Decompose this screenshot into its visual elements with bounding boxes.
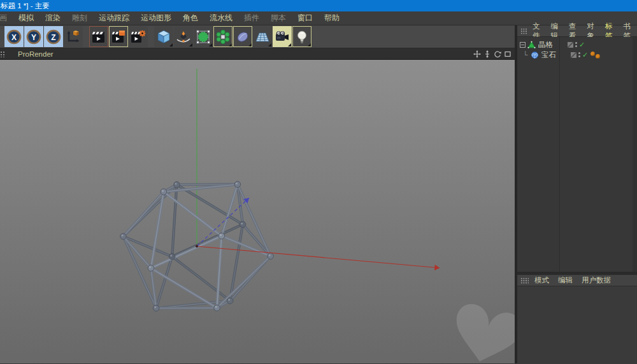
phong-tag-icon[interactable]: [590, 52, 595, 56]
attributes-panel: 模式编辑用户数据: [517, 275, 637, 363]
axis-lock-y-icon: Y: [25, 29, 42, 45]
axis-lock-z-icon: Z: [45, 29, 62, 45]
menubar-item-11[interactable]: 帮助: [318, 13, 345, 24]
svg-text:Y: Y: [31, 32, 36, 41]
floor-button[interactable]: [253, 26, 272, 47]
viewport-scene: [0, 60, 515, 363]
object-manager-menubar: 文件编辑查看对象标签书签: [517, 25, 637, 37]
tag-icons: [590, 52, 600, 59]
axis-lock-x-button[interactable]: X: [4, 26, 24, 47]
window-titlebar: 标题 1 *] - 主要: [0, 0, 637, 11]
object-toggles: ✓: [568, 41, 585, 48]
menubar-item-0[interactable]: 画: [0, 13, 13, 24]
cube-primitive-icon: [156, 29, 171, 45]
array-generator-icon: [215, 29, 231, 45]
attributes-menu-items: 模式编辑用户数据: [530, 276, 615, 285]
coordinate-system-icon: [66, 29, 81, 45]
toolbar: XYZ: [0, 25, 515, 48]
svg-text:X: X: [11, 32, 17, 41]
panel-grip-icon[interactable]: [520, 277, 529, 284]
light-button[interactable]: [292, 26, 311, 47]
menubar-item-9[interactable]: 脚本: [265, 13, 292, 24]
floor-icon: [255, 29, 270, 45]
layer-icon[interactable]: [571, 52, 576, 58]
menubar-item-2[interactable]: 渲染: [39, 13, 66, 24]
subdivision-surface-icon: [196, 29, 211, 45]
render-view-button[interactable]: [89, 26, 108, 47]
array-generator-button[interactable]: [213, 26, 233, 47]
left-column: XYZ: [0, 25, 515, 363]
visibility-dots[interactable]: [575, 42, 577, 47]
render-settings-icon: [131, 29, 146, 45]
rotate-icon[interactable]: [494, 50, 501, 58]
menubar-item-3[interactable]: 雕刻: [66, 13, 93, 24]
render-to-picture-viewer-button[interactable]: [109, 26, 128, 47]
main-area: XYZ: [0, 25, 637, 363]
attr-menu-item-0[interactable]: 模式: [530, 276, 554, 285]
object-row-lattice[interactable]: 晶格 ✓: [517, 39, 637, 50]
render-settings-button[interactable]: [129, 26, 148, 47]
subdivision-surface-button[interactable]: [194, 26, 213, 47]
gem-icon: [531, 51, 539, 59]
prorender-menu[interactable]: ProRender: [18, 50, 54, 58]
right-panel: 文件编辑查看对象标签书签 晶格 ✓ └: [515, 25, 637, 363]
toolbar-gap: [148, 25, 154, 48]
enable-check-icon[interactable]: ✓: [582, 52, 588, 58]
object-manager-scrollbar[interactable]: [633, 37, 637, 272]
viewport-menu-grip-icon: [0, 51, 5, 57]
layer-icon[interactable]: [568, 42, 573, 48]
zoom-icon[interactable]: [483, 50, 491, 58]
pan-icon[interactable]: [473, 50, 481, 58]
tag-icon[interactable]: [596, 54, 600, 59]
menubar-item-5[interactable]: 运动图形: [135, 13, 177, 24]
camera-icon: [275, 29, 290, 45]
menubar-item-7[interactable]: 流水线: [204, 13, 238, 24]
metaball-button[interactable]: [233, 26, 252, 47]
menubar-item-1[interactable]: 模拟: [13, 13, 39, 24]
pen-spline-icon: [176, 29, 191, 45]
pen-spline-button[interactable]: [174, 26, 193, 47]
menubar-item-10[interactable]: 窗口: [292, 13, 318, 24]
object-name[interactable]: 晶格: [538, 40, 562, 50]
attr-menu-item-1[interactable]: 编辑: [554, 276, 577, 285]
expand-toggle[interactable]: [520, 42, 526, 48]
window-title: 标题 1 *] - 主要: [1, 2, 50, 10]
object-manager-tree[interactable]: 晶格 ✓ └ 宝石 ✓: [517, 37, 637, 272]
menubar-item-4[interactable]: 运动跟踪: [93, 13, 135, 24]
axis-lock-z-button[interactable]: Z: [44, 26, 63, 47]
svg-text:Z: Z: [51, 32, 55, 41]
menubar-item-6[interactable]: 角色: [177, 13, 204, 24]
lattice-icon: [527, 41, 536, 49]
object-name[interactable]: 宝石: [541, 50, 566, 60]
viewport-menubar: ProRender: [0, 48, 515, 60]
viewport-nav-group: [473, 50, 512, 58]
toolbar-gap: [83, 25, 89, 48]
axis-lock-x-icon: X: [6, 29, 22, 45]
cube-primitive-button[interactable]: [154, 26, 173, 47]
menubar-item-8[interactable]: 插件: [238, 13, 265, 24]
maximize-icon[interactable]: [504, 50, 512, 58]
axis-lock-group: XYZ: [4, 26, 64, 47]
render-to-picture-viewer-icon: [111, 29, 126, 45]
object-toggles: ✓: [571, 52, 588, 58]
attributes-body: [517, 286, 637, 363]
object-row-gem[interactable]: └ 宝石 ✓: [517, 50, 637, 60]
heart-watermark: [448, 301, 515, 363]
camera-button[interactable]: [273, 26, 292, 47]
viewport-3d[interactable]: [0, 60, 515, 363]
metaball-icon: [235, 29, 250, 45]
render-view-icon: [91, 29, 106, 45]
panel-grip-icon[interactable]: [520, 28, 527, 34]
visibility-dots[interactable]: [578, 52, 580, 57]
light-icon: [294, 29, 310, 45]
attr-menu-item-2[interactable]: 用户数据: [577, 276, 615, 285]
object-manager-column-divider: [559, 37, 560, 272]
attributes-menubar: 模式编辑用户数据: [517, 275, 637, 286]
axis-lock-y-button[interactable]: Y: [24, 26, 43, 47]
tree-branch: └: [523, 51, 531, 59]
enable-check-icon[interactable]: ✓: [579, 41, 585, 48]
coordinate-system-button[interactable]: [64, 26, 83, 47]
